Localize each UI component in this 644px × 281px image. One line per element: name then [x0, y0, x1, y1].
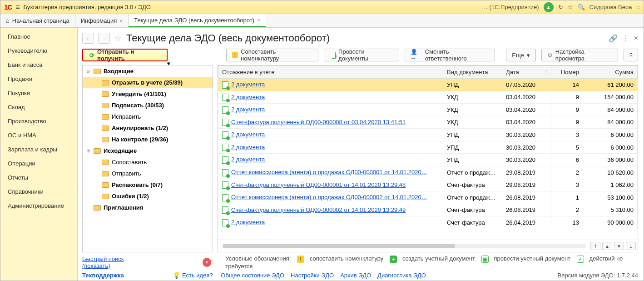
scroll-top-icon[interactable]: ⤒	[590, 242, 600, 250]
clear-search-icon[interactable]: ×	[203, 258, 211, 267]
document-link[interactable]: 2 документа	[231, 106, 265, 113]
tab-info[interactable]: Информация ×	[75, 14, 129, 27]
sidebar-item[interactable]: Зарплата и кадры	[0, 142, 77, 156]
tree-node[interactable]: Отразить в учете (25/39)	[83, 77, 213, 88]
cell-type: Отчет о продажах…	[443, 191, 502, 204]
table-row[interactable]: 2 документаУКД03.04.20209154 000,00	[218, 91, 638, 104]
menu-icon[interactable]: ≡	[636, 4, 640, 10]
favorite-icon[interactable]: ☆	[114, 33, 122, 43]
expander-icon[interactable]: ⊖	[86, 69, 91, 74]
more-button[interactable]: Еще ▾	[506, 49, 535, 61]
tree-node[interactable]: Подписать (30/53)	[83, 100, 213, 111]
quick-search-link[interactable]: Быстрый поиск (показать)	[82, 256, 151, 269]
notifications-icon[interactable]: ▲	[544, 2, 554, 12]
row-doc-icon	[222, 219, 228, 226]
folder-icon	[102, 137, 109, 142]
table-row[interactable]: Счет-фактура полученный ОД00-000008 от 0…	[218, 116, 638, 129]
footer-link[interactable]: Архив ЭДО	[340, 272, 371, 279]
sidebar-item[interactable]: Главное	[0, 30, 77, 44]
close-icon[interactable]: ×	[257, 17, 260, 23]
user-name[interactable]: Сидорова Вера	[590, 4, 632, 10]
document-link[interactable]: Счет-фактура полученный ОД00-000008 от 0…	[231, 119, 406, 125]
column-header-num[interactable]: Номер	[551, 66, 583, 79]
table-row[interactable]: Счет-фактура полученный ОД00-000001 от 1…	[218, 179, 638, 191]
column-header-type[interactable]: Вид документа	[443, 66, 502, 79]
tree-node[interactable]: Распаковать (0/7)	[83, 179, 213, 191]
tree-node[interactable]: ⊕Исходящие	[83, 145, 213, 156]
sidebar-item[interactable]: Покупки	[0, 86, 77, 100]
document-link[interactable]: 2 документа	[231, 131, 265, 138]
tree-node[interactable]: Аннулировать (1/2)	[83, 122, 213, 134]
table-row[interactable]: Счет-фактура полученный ОД00-000002 от 1…	[218, 204, 638, 216]
tree-node[interactable]: Ошибки (1/2)	[83, 191, 213, 202]
send-receive-button[interactable]: ⟳ Отправить и получить	[82, 49, 168, 61]
post-documents-button[interactable]: Провести документы	[324, 49, 399, 61]
tree-node[interactable]: Приглашения	[83, 202, 213, 213]
scroll-bottom-icon[interactable]: ⤓	[626, 242, 636, 250]
idea-link[interactable]: Есть идея?	[182, 272, 213, 279]
expander-icon[interactable]: ⊕	[86, 148, 91, 153]
hamburger-icon[interactable]: ≡	[15, 3, 20, 11]
table-row[interactable]: Отчет комиссионера (агента) о продажах О…	[218, 191, 638, 204]
document-link[interactable]: 2 документа	[231, 94, 265, 100]
sidebar-item[interactable]: Производство	[0, 114, 77, 128]
document-link[interactable]: Отчет комиссионера (агента) о продажах О…	[231, 169, 427, 176]
table-row[interactable]: 2 документаУПД30.03.202056 000,00	[218, 141, 638, 154]
footer-link[interactable]: Общее состояние ЭДО	[221, 272, 284, 279]
sidebar-item[interactable]: ОС и НМА	[0, 128, 77, 142]
change-responsible-button[interactable]: 👤↔ Сменить ответственного	[405, 49, 495, 61]
document-link[interactable]: Счет-фактура полученный ОД00-000002 от 1…	[231, 206, 406, 213]
help-button[interactable]: ?	[624, 49, 638, 61]
horizontal-scrollbar[interactable]	[223, 244, 586, 248]
table-row[interactable]: 2 документаУКД03.04.2020984 000,00	[218, 104, 638, 116]
close-page-button[interactable]: ×	[634, 34, 638, 42]
history-icon[interactable]: ↻	[558, 4, 563, 10]
support-link[interactable]: Техподдержка	[82, 272, 124, 279]
document-link[interactable]: 2 документа	[231, 156, 265, 163]
tree-node[interactable]: Отправить	[83, 168, 213, 179]
more-icon[interactable]: ⋮	[622, 34, 629, 43]
sidebar-item[interactable]: Склад	[0, 100, 77, 114]
column-header-date[interactable]: Дата↑	[502, 66, 551, 79]
scroll-up-icon[interactable]: ▲	[602, 242, 612, 250]
table-row[interactable]: 2 документаУПД30.03.2020636 000,00	[218, 154, 638, 166]
sidebar-item[interactable]: Администрирование	[0, 199, 77, 213]
sidebar-item[interactable]: Справочники	[0, 185, 77, 199]
column-header-sum[interactable]: Сумма	[583, 66, 638, 79]
sidebar-item[interactable]: Операции	[0, 156, 77, 171]
nav-back-button[interactable]: ←	[82, 33, 94, 44]
tree-node[interactable]: Исправить	[83, 111, 213, 122]
tab-edo[interactable]: Текущие дела ЭДО (весь документооборот) …	[129, 14, 266, 27]
sidebar-item[interactable]: Продажи	[0, 72, 77, 86]
sidebar-item[interactable]: Отчеты	[0, 171, 77, 185]
link-icon[interactable]: 🔗	[609, 34, 618, 43]
star-icon[interactable]: ☆	[568, 4, 573, 10]
search-icon[interactable]: 🔍	[578, 4, 585, 10]
table-row[interactable]: 2 документаУПД30.03.202036 000,00	[218, 129, 638, 141]
view-settings-button[interactable]: ⚙ Настройка просмотра	[541, 49, 618, 61]
table-row[interactable]: Отчет комиссионера (агента) о продажах О…	[218, 166, 638, 179]
column-label: Сумма	[615, 69, 634, 75]
tree-node[interactable]: Сопоставить	[83, 156, 213, 168]
document-link[interactable]: Отчет комиссионера (агента) о продажах О…	[231, 194, 427, 201]
sidebar-item[interactable]: Руководителю	[0, 44, 77, 58]
document-link[interactable]: 2 документа	[231, 219, 265, 226]
table-row[interactable]: 2 документаСчет-фактура26.04.20191390 00…	[218, 216, 638, 229]
close-icon[interactable]: ×	[119, 18, 123, 24]
footer-link[interactable]: Диагностика ЭДО	[377, 272, 426, 279]
footer-link[interactable]: Настройки ЭДО	[291, 272, 334, 279]
document-link[interactable]: 2 документа	[231, 144, 265, 151]
tree-node[interactable]: ⊖Входящие	[83, 65, 213, 77]
tree-node[interactable]: Утвердить (41/101)	[83, 88, 213, 100]
button-label: Провести документы	[338, 48, 393, 62]
table-row[interactable]: 2 документаУПД07.05.20201461 200,00	[218, 79, 638, 91]
document-link[interactable]: 2 документа	[231, 81, 265, 88]
match-nomenclature-button[interactable]: ! Сопоставить номенклатуру	[226, 49, 318, 61]
sidebar-item[interactable]: Банк и касса	[0, 58, 77, 72]
scroll-down-icon[interactable]: ▼	[614, 242, 624, 250]
tree-node[interactable]: На контроле (29/36)	[83, 134, 213, 145]
column-header-ref[interactable]: Отражение в учете	[218, 66, 443, 79]
tab-home[interactable]: ⌂ Начальная страница	[0, 14, 75, 27]
document-link[interactable]: Счет-фактура полученный ОД00-000001 от 1…	[231, 181, 406, 188]
page-title: Текущие дела ЭДО (весь документооборот)	[126, 32, 330, 44]
